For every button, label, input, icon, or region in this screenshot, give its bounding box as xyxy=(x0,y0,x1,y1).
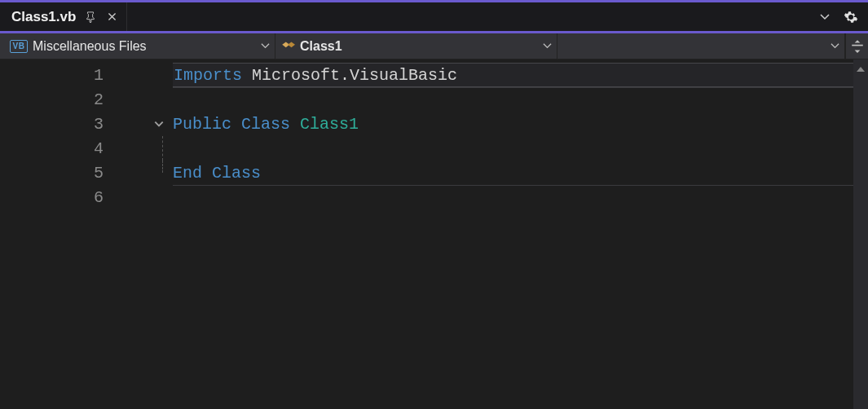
scope-label: Miscellaneous Files xyxy=(33,39,147,54)
line-separator xyxy=(173,87,853,88)
close-icon[interactable] xyxy=(105,11,118,24)
line-number: 4 xyxy=(0,139,108,158)
chevron-down-icon xyxy=(261,42,270,51)
dropdown-icon[interactable] xyxy=(816,8,834,26)
chevron-down-icon xyxy=(543,42,552,51)
pin-icon[interactable] xyxy=(84,11,97,24)
line-separator xyxy=(173,185,853,186)
scope-dropdown[interactable]: VB Miscellaneous Files xyxy=(5,33,275,59)
class-icon xyxy=(280,39,295,54)
token-keyword: Class xyxy=(241,115,290,134)
svg-rect-0 xyxy=(852,44,863,46)
code-text-area[interactable]: Imports Microsoft.VisualBasic Public Cla… xyxy=(173,59,853,409)
token-keyword: Class xyxy=(212,164,261,183)
line-number: 6 xyxy=(0,188,108,207)
split-editor-button[interactable] xyxy=(845,33,868,59)
line-number: 1 xyxy=(0,66,108,85)
token-namespace: Microsoft.VisualBasic xyxy=(242,66,457,85)
token-keyword: End xyxy=(173,164,202,183)
code-line xyxy=(173,136,853,161)
vertical-scrollbar[interactable] xyxy=(853,59,868,409)
code-line xyxy=(173,87,853,112)
line-number-gutter: 1 2 3 4 5 6 xyxy=(0,59,122,409)
fold-chevron-icon[interactable] xyxy=(153,118,165,130)
tab-bar: Class1.vb xyxy=(0,2,868,33)
scroll-up-icon[interactable] xyxy=(856,64,866,74)
line-number: 3 xyxy=(0,115,108,134)
line-number: 2 xyxy=(0,90,108,109)
token-keyword: Imports xyxy=(174,66,242,85)
chevron-down-icon xyxy=(831,42,839,51)
member-dropdown[interactable] xyxy=(557,33,845,59)
line-number: 5 xyxy=(0,164,108,183)
code-line: Public Class Class1 xyxy=(173,112,853,136)
code-line: Imports Microsoft.VisualBasic xyxy=(173,63,853,87)
fold-guide xyxy=(162,136,163,161)
tab-bar-right xyxy=(816,2,868,31)
navigation-bar: VB Miscellaneous Files Class1 xyxy=(0,33,868,59)
gear-icon[interactable] xyxy=(842,8,860,26)
code-line: End Class xyxy=(173,161,853,185)
class-label: Class1 xyxy=(300,39,342,54)
fold-gutter xyxy=(122,59,173,409)
token-keyword: Public xyxy=(173,115,231,134)
fold-guide xyxy=(162,161,163,173)
editor-window: Class1.vb VB Miscellaneous Files xyxy=(0,0,868,409)
vb-badge-icon: VB xyxy=(10,40,28,53)
editor-area: 1 2 3 4 5 6 Imports Microsoft.VisualBa xyxy=(0,59,868,409)
tab-title: Class1.vb xyxy=(11,9,76,25)
tab-spacer xyxy=(127,2,816,31)
code-line xyxy=(173,185,853,209)
token-type: Class1 xyxy=(300,115,359,134)
file-tab[interactable]: Class1.vb xyxy=(0,2,127,31)
class-dropdown[interactable]: Class1 xyxy=(275,33,557,59)
